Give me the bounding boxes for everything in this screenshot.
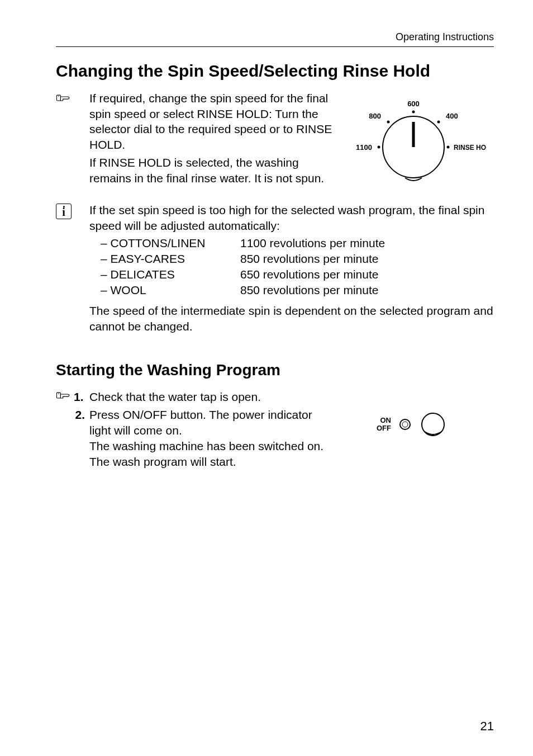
svg-text:800: 800 xyxy=(369,112,381,120)
step-number-1: 1. xyxy=(74,389,84,405)
svg-text:OFF: OFF xyxy=(377,424,391,432)
svg-point-4 xyxy=(412,111,415,114)
step-number-2: 2. xyxy=(75,407,85,423)
spin-instruction-para2: If RINSE HOLD is selected, the washing r… xyxy=(89,155,335,186)
pointing-hand-icon xyxy=(56,389,72,405)
program-speed: 1100 revolutions per minute xyxy=(240,235,385,251)
svg-point-1 xyxy=(58,96,59,97)
program-speed: 850 revolutions per minute xyxy=(240,282,378,298)
pointing-hand-icon xyxy=(56,92,72,106)
page-number: 21 xyxy=(480,719,494,734)
svg-point-15 xyxy=(58,393,59,394)
spin-note-intro: If the set spin speed is too high for th… xyxy=(89,202,494,233)
spin-instruction-para1: If required, change the spin speed for t… xyxy=(89,91,335,153)
running-header: Operating Instructions xyxy=(56,31,494,47)
section-title-spin: Changing the Spin Speed/Selecting Rinse … xyxy=(56,62,494,81)
program-label: – COTTONS/LINEN xyxy=(89,235,240,251)
spin-speed-dial-icon: 600 800 400 1100 RINSE HOLD xyxy=(341,94,486,195)
svg-text:ON: ON xyxy=(380,416,392,424)
step-1-text: Check that the water tap is open. xyxy=(89,389,494,405)
section-title-start: Starting the Washing Program xyxy=(56,361,494,379)
spin-footnote: The speed of the intermediate spin is de… xyxy=(89,303,494,334)
svg-point-7 xyxy=(378,146,380,149)
info-icon: i xyxy=(56,204,72,219)
svg-point-5 xyxy=(387,121,390,124)
program-speed: 650 revolutions per minute xyxy=(240,267,378,282)
svg-point-8 xyxy=(447,146,450,149)
on-off-button-icon: ON OFF xyxy=(346,410,458,438)
svg-point-19 xyxy=(402,422,408,427)
svg-text:1100: 1100 xyxy=(356,143,372,152)
svg-text:400: 400 xyxy=(446,112,458,120)
program-label: – WOOL xyxy=(89,282,240,298)
svg-text:600: 600 xyxy=(407,100,420,108)
program-label: – DELICATES xyxy=(89,267,240,282)
svg-text:RINSE HOLD: RINSE HOLD xyxy=(454,144,486,152)
program-label: – EASY-CARES xyxy=(89,251,240,267)
svg-point-6 xyxy=(437,121,440,124)
svg-point-18 xyxy=(400,419,410,429)
step-2-text-b: The washing machine has been switched on… xyxy=(89,438,335,469)
program-speed: 850 revolutions per minute xyxy=(240,251,378,267)
step-2-text-a: Press ON/OFF button. The power indicator… xyxy=(89,407,335,438)
